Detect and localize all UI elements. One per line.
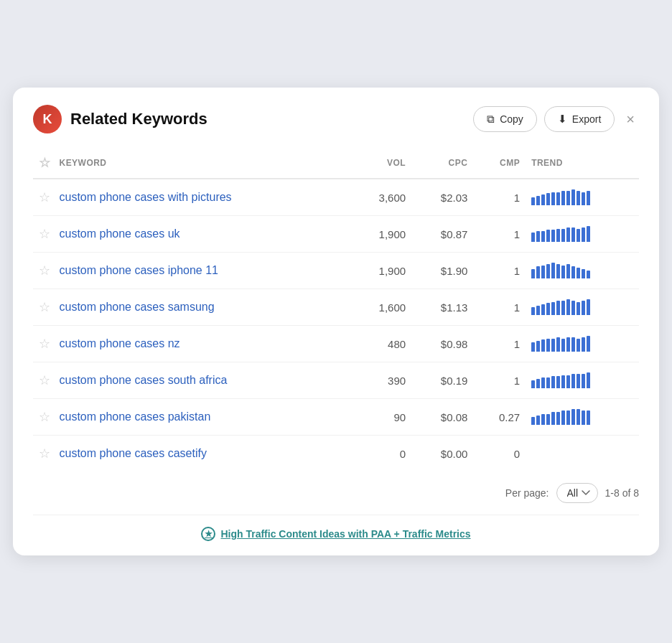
- star-icon[interactable]: ☆: [39, 373, 50, 388]
- trend-bar: [587, 336, 590, 352]
- trend-bar: [551, 412, 555, 425]
- trend-bar: [582, 192, 585, 205]
- cpc-cell: $0.87: [411, 216, 473, 253]
- table-row: ☆custom phone cases iphone 111,900$1.901: [33, 253, 639, 289]
- trend-cell: [526, 399, 639, 436]
- trend-cell: [526, 326, 639, 362]
- trend-bar: [541, 414, 545, 425]
- trend-bar: [541, 339, 545, 352]
- star-cell: ☆: [33, 326, 53, 362]
- vol-cell: 90: [350, 399, 411, 436]
- star-icon[interactable]: ☆: [39, 227, 50, 241]
- table-row: ☆custom phone cases uk1,900$0.871: [33, 216, 639, 253]
- star-icon[interactable]: ☆: [39, 190, 50, 205]
- header-left: K Related Keywords: [33, 105, 207, 133]
- vol-cell: 480: [350, 326, 411, 362]
- copy-icon: ⧉: [487, 113, 495, 126]
- export-icon: ⬇: [558, 113, 567, 126]
- trend-bar: [561, 191, 565, 205]
- trend-bar: [571, 301, 575, 315]
- trend-bar: [551, 230, 555, 242]
- trend-bar: [541, 266, 545, 278]
- star-cell: ☆: [33, 362, 53, 399]
- promo-text: High Traffic Content Ideas with PAA + Tr…: [220, 528, 470, 540]
- trend-cell: [526, 216, 639, 253]
- export-button[interactable]: ⬇ Export: [544, 106, 615, 132]
- cmp-cell: 1: [473, 253, 526, 289]
- star-icon[interactable]: ☆: [39, 337, 50, 351]
- star-icon[interactable]: ☆: [39, 300, 50, 314]
- cmp-cell: 1: [473, 362, 526, 399]
- star-cell: ☆: [33, 399, 53, 436]
- trend-bar: [566, 227, 570, 242]
- trend-bar: [571, 374, 575, 388]
- keyword-column-header: KEYWORD: [53, 148, 349, 179]
- trend-bar: [587, 191, 590, 205]
- k-logo: K: [33, 105, 62, 133]
- trend-bar: [566, 191, 570, 205]
- trend-bar: [566, 299, 570, 315]
- trend-bar: [546, 230, 550, 242]
- keyword-cell[interactable]: custom phone cases with pictures: [53, 179, 349, 216]
- per-page-select[interactable]: All102550: [556, 483, 598, 503]
- promo-row: ★ High Traffic Content Ideas with PAA + …: [33, 515, 639, 541]
- trend-bar: [561, 301, 565, 315]
- trend-bar: [556, 229, 560, 242]
- trend-bar: [541, 231, 545, 242]
- cmp-cell: 1: [473, 179, 526, 216]
- trend-bar: [556, 376, 560, 388]
- vol-cell: 1,900: [350, 216, 411, 253]
- keyword-cell[interactable]: custom phone cases nz: [53, 326, 349, 362]
- trend-bar: [561, 410, 565, 425]
- trend-bar: [577, 409, 580, 425]
- vol-cell: 1,900: [350, 253, 411, 289]
- trend-bar: [546, 193, 550, 205]
- close-button[interactable]: ×: [622, 110, 639, 129]
- trend-bar: [587, 410, 590, 425]
- promo-icon: ★: [201, 527, 215, 541]
- trend-bar: [556, 337, 560, 352]
- keyword-cell[interactable]: custom phone cases south africa: [53, 362, 349, 399]
- cpc-cell: $0.08: [411, 399, 473, 436]
- table-footer: Per page: All102550 1-8 of 8: [33, 483, 639, 503]
- star-header-icon[interactable]: ☆: [39, 156, 50, 170]
- star-icon[interactable]: ☆: [39, 446, 50, 461]
- cpc-cell: $0.98: [411, 326, 473, 362]
- trend-cell: [526, 362, 639, 399]
- trend-cell: [526, 436, 639, 472]
- keyword-cell[interactable]: custom phone cases iphone 11: [53, 253, 349, 289]
- table-row: ☆custom phone cases samsung1,600$1.131: [33, 289, 639, 326]
- copy-button[interactable]: ⧉ Copy: [473, 106, 537, 132]
- trend-bar: [561, 375, 565, 388]
- trend-bar: [566, 337, 570, 352]
- star-icon[interactable]: ☆: [39, 410, 50, 424]
- star-icon[interactable]: ☆: [39, 263, 50, 278]
- trend-bar: [536, 196, 540, 205]
- promo-link[interactable]: ★ High Traffic Content Ideas with PAA + …: [201, 527, 470, 541]
- cpc-cell: $0.00: [411, 436, 473, 472]
- keyword-cell[interactable]: custom phone cases uk: [53, 216, 349, 253]
- page-title: Related Keywords: [70, 110, 207, 128]
- keyword-cell[interactable]: custom phone cases casetify: [53, 436, 349, 472]
- trend-bar: [531, 342, 535, 352]
- per-page-label: Per page:: [505, 487, 549, 499]
- table-row: ☆custom phone cases nz480$0.981: [33, 326, 639, 362]
- trend-bar: [536, 306, 540, 315]
- trend-bar: [536, 266, 540, 278]
- copy-label: Copy: [500, 113, 523, 125]
- cmp-cell: 0.27: [473, 399, 526, 436]
- vol-column-header: VOL: [350, 148, 411, 179]
- cmp-cell: 0: [473, 436, 526, 472]
- trend-bar: [582, 337, 585, 352]
- cpc-cell: $1.90: [411, 253, 473, 289]
- trend-cell: [526, 289, 639, 326]
- keyword-cell[interactable]: custom phone cases pakistan: [53, 399, 349, 436]
- trend-bar: [582, 227, 585, 242]
- keyword-cell[interactable]: custom phone cases samsung: [53, 289, 349, 326]
- trend-bar: [531, 417, 535, 425]
- cmp-column-header: CMP: [473, 148, 526, 179]
- trend-bar: [577, 229, 580, 242]
- trend-bar: [577, 268, 580, 278]
- trend-bar: [551, 376, 555, 388]
- trend-bar: [531, 269, 535, 278]
